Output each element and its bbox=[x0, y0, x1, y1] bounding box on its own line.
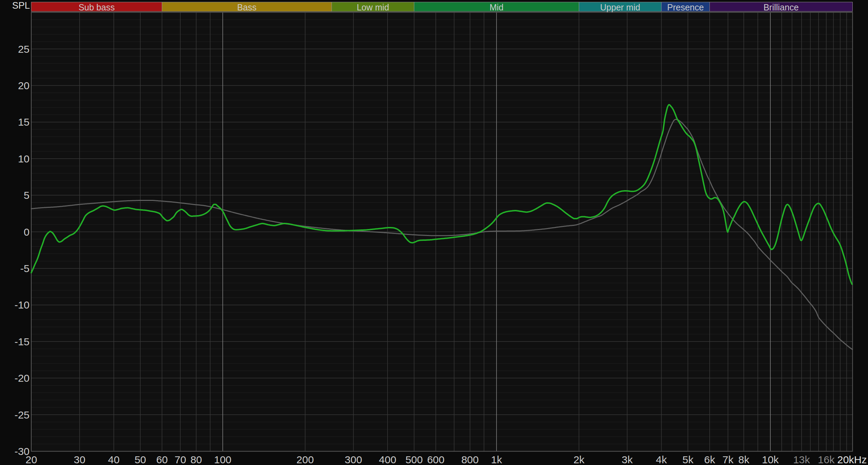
svg-text:-10: -10 bbox=[15, 299, 30, 311]
svg-text:4k: 4k bbox=[656, 454, 667, 465]
svg-text:100: 100 bbox=[214, 454, 231, 465]
svg-text:Upper mid: Upper mid bbox=[600, 2, 640, 12]
svg-text:-15: -15 bbox=[15, 336, 30, 347]
svg-text:Bass: Bass bbox=[237, 2, 257, 12]
svg-text:-20: -20 bbox=[15, 372, 30, 384]
svg-text:20: 20 bbox=[18, 80, 30, 91]
svg-text:10k: 10k bbox=[762, 454, 779, 465]
svg-text:600: 600 bbox=[427, 454, 444, 465]
svg-text:300: 300 bbox=[345, 454, 362, 465]
svg-text:200: 200 bbox=[297, 454, 314, 465]
svg-text:Mid: Mid bbox=[490, 2, 503, 12]
svg-text:500: 500 bbox=[406, 454, 423, 465]
svg-text:Presence: Presence bbox=[667, 2, 704, 12]
svg-text:Sub bass: Sub bass bbox=[78, 2, 115, 12]
svg-text:80: 80 bbox=[190, 454, 202, 465]
svg-text:13k: 13k bbox=[793, 454, 810, 465]
svg-text:0: 0 bbox=[24, 226, 30, 238]
svg-text:5k: 5k bbox=[682, 454, 694, 465]
svg-text:30: 30 bbox=[74, 454, 85, 465]
svg-text:800: 800 bbox=[461, 454, 479, 465]
svg-text:16k: 16k bbox=[818, 454, 835, 465]
svg-text:6k: 6k bbox=[704, 454, 716, 465]
svg-text:70: 70 bbox=[175, 454, 186, 465]
svg-text:-5: -5 bbox=[20, 263, 30, 274]
svg-text:SPL: SPL bbox=[12, 0, 30, 11]
svg-text:40: 40 bbox=[108, 454, 119, 465]
svg-text:5: 5 bbox=[24, 189, 30, 201]
svg-text:Brilliance: Brilliance bbox=[763, 2, 799, 12]
svg-text:Low mid: Low mid bbox=[357, 2, 389, 12]
svg-text:60: 60 bbox=[156, 454, 168, 465]
svg-text:10: 10 bbox=[18, 153, 30, 164]
svg-text:8k: 8k bbox=[738, 454, 750, 465]
svg-text:2k: 2k bbox=[574, 454, 585, 465]
svg-text:1k: 1k bbox=[491, 454, 502, 465]
svg-text:20kHz: 20kHz bbox=[837, 454, 867, 465]
svg-text:20: 20 bbox=[26, 454, 37, 465]
svg-text:25: 25 bbox=[18, 43, 30, 55]
svg-text:50: 50 bbox=[134, 454, 146, 465]
svg-text:400: 400 bbox=[379, 454, 396, 465]
svg-text:-25: -25 bbox=[15, 409, 30, 421]
svg-text:15: 15 bbox=[18, 116, 30, 128]
svg-text:3k: 3k bbox=[622, 454, 633, 465]
svg-text:7k: 7k bbox=[723, 454, 734, 465]
